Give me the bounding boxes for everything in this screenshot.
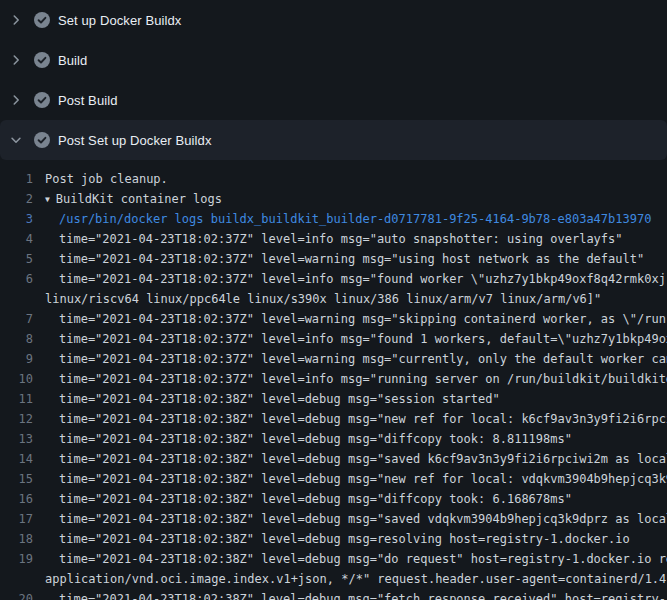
line-number[interactable]: 7 (0, 309, 33, 329)
step-row-post-build[interactable]: Post Build (0, 80, 667, 120)
line-number (0, 289, 33, 309)
line-number[interactable]: 2 (0, 189, 33, 209)
step-label: Set up Docker Buildx (58, 13, 181, 28)
log-text: linux/riscv64 linux/ppc64le linux/s390x … (33, 289, 601, 309)
log-lines-container: 1Post job cleanup.2▼BuildKit container l… (0, 160, 667, 600)
line-number[interactable]: 1 (0, 169, 33, 189)
log-text: time="2021-04-23T18:02:38Z" level=debug … (33, 549, 667, 569)
log-group-label: BuildKit container logs (56, 192, 222, 206)
chevron-down-icon (8, 132, 24, 148)
log-row: 15time="2021-04-23T18:02:38Z" level=debu… (0, 469, 667, 489)
chevron-right-icon (8, 12, 24, 28)
log-row: 18time="2021-04-23T18:02:38Z" level=debu… (0, 529, 667, 549)
log-row: 1Post job cleanup. (0, 169, 667, 189)
line-number[interactable]: 3 (0, 209, 33, 229)
log-row: 2▼BuildKit container logs (0, 189, 667, 209)
line-number[interactable]: 10 (0, 369, 33, 389)
line-number (0, 569, 33, 589)
log-row: 13time="2021-04-23T18:02:38Z" level=debu… (0, 429, 667, 449)
log-text: time="2021-04-23T18:02:38Z" level=debug … (33, 509, 667, 529)
line-number[interactable]: 16 (0, 489, 33, 509)
step-row-set-up-docker-buildx[interactable]: Set up Docker Buildx (0, 0, 667, 40)
line-number[interactable]: 18 (0, 529, 33, 549)
actions-log-viewer: Set up Docker BuildxBuildPost BuildPost … (0, 0, 667, 600)
log-row: 3/usr/bin/docker logs buildx_buildkit_bu… (0, 209, 667, 229)
log-row: 10time="2021-04-23T18:02:37Z" level=info… (0, 369, 667, 389)
log-text: time="2021-04-23T18:02:38Z" level=debug … (33, 469, 667, 489)
group-expanded-triangle-icon: ▼ (45, 190, 50, 209)
chevron-right-icon (8, 52, 24, 68)
line-number[interactable]: 9 (0, 349, 33, 369)
step-label: Post Build (58, 93, 118, 108)
step-row-post-set-up-docker-buildx[interactable]: Post Set up Docker Buildx (0, 120, 667, 160)
log-text: time="2021-04-23T18:02:37Z" level=warnin… (33, 249, 644, 269)
log-row: 7time="2021-04-23T18:02:37Z" level=warni… (0, 309, 667, 329)
log-row: 14time="2021-04-23T18:02:38Z" level=debu… (0, 449, 667, 469)
check-circle-icon (34, 92, 50, 108)
log-text: time="2021-04-23T18:02:38Z" level=debug … (33, 389, 500, 409)
log-text: Post job cleanup. (33, 169, 168, 189)
log-row: 11time="2021-04-23T18:02:38Z" level=debu… (0, 389, 667, 409)
line-number[interactable]: 6 (0, 269, 33, 289)
log-command-text: /usr/bin/docker logs buildx_buildkit_bui… (33, 209, 651, 229)
line-number[interactable]: 20 (0, 589, 33, 600)
line-number[interactable]: 12 (0, 409, 33, 429)
log-row: 8time="2021-04-23T18:02:37Z" level=info … (0, 329, 667, 349)
log-row: application/vnd.oci.image.index.v1+json,… (0, 569, 667, 589)
line-number[interactable]: 4 (0, 229, 33, 249)
line-number[interactable]: 17 (0, 509, 33, 529)
check-circle-icon (34, 52, 50, 68)
log-text: time="2021-04-23T18:02:37Z" level=warnin… (33, 349, 667, 369)
step-row-build[interactable]: Build (0, 40, 667, 80)
log-text: time="2021-04-23T18:02:37Z" level=warnin… (33, 309, 666, 329)
line-number[interactable]: 5 (0, 249, 33, 269)
log-text: time="2021-04-23T18:02:37Z" level=info m… (33, 269, 666, 289)
line-number[interactable]: 15 (0, 469, 33, 489)
log-row: 12time="2021-04-23T18:02:38Z" level=debu… (0, 409, 667, 429)
check-circle-icon (34, 12, 50, 28)
line-number[interactable]: 14 (0, 449, 33, 469)
step-label: Build (58, 53, 87, 68)
log-row: 6time="2021-04-23T18:02:37Z" level=info … (0, 269, 667, 289)
log-text: time="2021-04-23T18:02:38Z" level=debug … (33, 529, 630, 549)
log-text: time="2021-04-23T18:02:38Z" level=debug … (33, 409, 667, 429)
log-text: time="2021-04-23T18:02:37Z" level=info m… (33, 369, 667, 389)
log-row: 19time="2021-04-23T18:02:38Z" level=debu… (0, 549, 667, 569)
line-number[interactable]: 13 (0, 429, 33, 449)
log-text: time="2021-04-23T18:02:38Z" level=debug … (33, 449, 667, 469)
log-text: time="2021-04-23T18:02:38Z" level=debug … (33, 589, 666, 600)
log-row: 5time="2021-04-23T18:02:37Z" level=warni… (0, 249, 667, 269)
line-number[interactable]: 8 (0, 329, 33, 349)
log-row: 17time="2021-04-23T18:02:38Z" level=debu… (0, 509, 667, 529)
step-label: Post Set up Docker Buildx (58, 133, 212, 148)
log-text: application/vnd.oci.image.index.v1+json,… (33, 569, 667, 589)
log-group-toggle[interactable]: ▼BuildKit container logs (33, 189, 222, 209)
step-list: Set up Docker BuildxBuildPost BuildPost … (0, 0, 667, 160)
check-circle-icon (34, 132, 50, 148)
log-row: 4time="2021-04-23T18:02:37Z" level=info … (0, 229, 667, 249)
chevron-right-icon (8, 92, 24, 108)
log-text: time="2021-04-23T18:02:38Z" level=debug … (33, 429, 572, 449)
log-text: time="2021-04-23T18:02:37Z" level=info m… (33, 229, 623, 249)
log-row: 20time="2021-04-23T18:02:38Z" level=debu… (0, 589, 667, 600)
line-number[interactable]: 11 (0, 389, 33, 409)
log-text: time="2021-04-23T18:02:38Z" level=debug … (33, 489, 572, 509)
log-row: linux/riscv64 linux/ppc64le linux/s390x … (0, 289, 667, 309)
log-row: 9time="2021-04-23T18:02:37Z" level=warni… (0, 349, 667, 369)
log-text: time="2021-04-23T18:02:37Z" level=info m… (33, 329, 667, 349)
log-row: 16time="2021-04-23T18:02:38Z" level=debu… (0, 489, 667, 509)
line-number[interactable]: 19 (0, 549, 33, 569)
